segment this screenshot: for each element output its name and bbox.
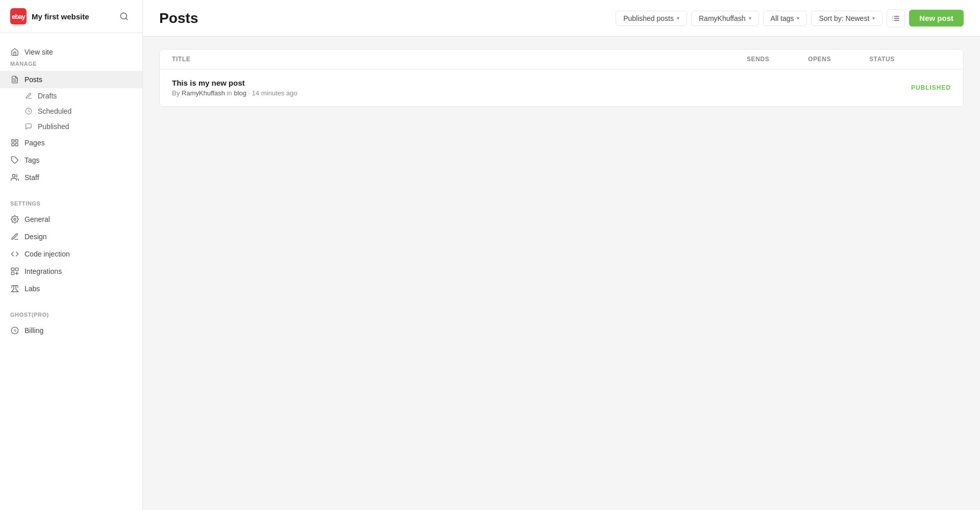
sidebar-item-scheduled[interactable]: Scheduled xyxy=(0,104,142,119)
status-badge: PUBLISHED xyxy=(869,84,951,91)
filter-tags-button[interactable]: All tags ▾ xyxy=(763,11,807,26)
billing-label: Billing xyxy=(24,326,43,335)
labs-label: Labs xyxy=(24,285,40,293)
manage-label: MANAGE xyxy=(0,61,142,71)
filter-published-label: Published posts xyxy=(623,14,674,22)
filter-author-label: RamyKhuffash xyxy=(699,14,746,22)
column-opens: OPENS xyxy=(808,56,869,63)
posts-table: TITLE SENDS OPENS STATUS This is my new … xyxy=(159,49,964,107)
svg-point-11 xyxy=(14,218,16,220)
posts-icon xyxy=(10,75,19,84)
sidebar-item-view-site[interactable]: View site xyxy=(0,43,142,61)
post-author[interactable]: RamyKhuffash xyxy=(182,89,225,97)
sidebar-item-posts[interactable]: Posts xyxy=(0,71,142,88)
integrations-label: Integrations xyxy=(24,267,62,275)
search-button[interactable] xyxy=(116,8,132,24)
sidebar-item-design[interactable]: Design xyxy=(0,228,142,245)
staff-icon xyxy=(10,173,19,182)
published-icon xyxy=(24,122,33,131)
code-icon xyxy=(10,249,19,259)
site-name: My first website xyxy=(32,12,89,21)
home-icon xyxy=(10,47,19,57)
main-header: Posts Published posts ▾ RamyKhuffash ▾ A… xyxy=(143,0,980,37)
design-icon xyxy=(10,232,19,241)
filter-sort-label: Sort by: Newest xyxy=(819,14,869,22)
sidebar-item-label: View site xyxy=(24,48,53,56)
page-title: Posts xyxy=(159,10,198,27)
svg-rect-6 xyxy=(15,140,18,142)
staff-label: Staff xyxy=(24,173,39,182)
svg-rect-13 xyxy=(15,268,18,270)
filter-author-button[interactable]: RamyKhuffash ▾ xyxy=(691,11,759,26)
chevron-down-icon: ▾ xyxy=(749,15,751,21)
pages-icon xyxy=(10,138,19,147)
settings-section: SETTINGS General Design C xyxy=(0,190,142,301)
sidebar-item-published[interactable]: Published xyxy=(0,119,142,134)
post-info: This is my new post By RamyKhuffash in b… xyxy=(172,79,747,97)
labs-icon xyxy=(10,284,19,293)
scheduled-icon xyxy=(24,107,33,115)
ghost-pro-label: GHOST(PRO) xyxy=(0,312,142,322)
design-label: Design xyxy=(24,233,47,241)
svg-point-10 xyxy=(12,174,15,177)
header-controls: Published posts ▾ RamyKhuffash ▾ All tag… xyxy=(616,9,964,28)
svg-rect-12 xyxy=(11,268,14,270)
table-header: TITLE SENDS OPENS STATUS xyxy=(160,49,963,69)
posts-submenu: Drafts Scheduled Published xyxy=(0,88,142,134)
filter-sort-button[interactable]: Sort by: Newest ▾ xyxy=(811,11,883,26)
post-title: This is my new post xyxy=(172,79,747,87)
sidebar-header: ebay My first website xyxy=(0,0,142,33)
sidebar-item-code-injection[interactable]: Code injection xyxy=(0,245,142,263)
settings-label: SETTINGS xyxy=(0,200,142,211)
general-label: General xyxy=(24,215,50,223)
column-status: STATUS xyxy=(869,56,951,63)
svg-rect-14 xyxy=(11,272,14,274)
svg-rect-8 xyxy=(12,143,14,146)
drafts-label: Drafts xyxy=(38,92,57,100)
sidebar-item-labs[interactable]: Labs xyxy=(0,280,142,297)
svg-rect-7 xyxy=(15,143,18,146)
post-time: 14 minutes ago xyxy=(252,89,298,97)
svg-rect-5 xyxy=(12,140,14,142)
filter-tags-label: All tags xyxy=(771,14,794,22)
sidebar-item-drafts[interactable]: Drafts xyxy=(0,88,142,104)
post-location[interactable]: blog xyxy=(234,89,247,97)
sidebar-item-pages[interactable]: Pages xyxy=(0,134,142,151)
general-icon xyxy=(10,215,19,224)
table-row[interactable]: This is my new post By RamyKhuffash in b… xyxy=(160,69,963,107)
column-sends: SENDS xyxy=(747,56,808,63)
code-injection-label: Code injection xyxy=(24,250,70,258)
column-settings-button[interactable] xyxy=(887,9,905,28)
sidebar-item-general[interactable]: General xyxy=(0,211,142,228)
integrations-icon xyxy=(10,267,19,276)
published-label: Published xyxy=(38,122,69,131)
chevron-down-icon: ▾ xyxy=(677,15,679,21)
sidebar-logo: ebay My first website xyxy=(10,8,89,24)
sidebar-item-tags[interactable]: Tags xyxy=(0,151,142,169)
filter-published-button[interactable]: Published posts ▾ xyxy=(616,11,687,26)
scheduled-label: Scheduled xyxy=(38,107,71,115)
tags-icon xyxy=(10,156,19,165)
sidebar-item-label: Posts xyxy=(24,75,42,84)
billing-icon xyxy=(10,326,19,335)
new-post-button[interactable]: New post xyxy=(909,10,964,27)
tags-label: Tags xyxy=(24,156,40,164)
svg-line-1 xyxy=(126,18,127,19)
sidebar-item-billing[interactable]: Billing xyxy=(0,322,142,339)
drafts-icon xyxy=(24,92,33,100)
post-meta: By RamyKhuffash in blog · 14 minutes ago xyxy=(172,89,747,97)
manage-section: View site MANAGE Posts Drafts xyxy=(0,33,142,190)
chevron-down-icon: ▾ xyxy=(797,15,799,21)
ghost-pro-section: GHOST(PRO) Billing xyxy=(0,301,142,343)
sidebar: ebay My first website View site MANAGE xyxy=(0,0,143,510)
pages-label: Pages xyxy=(24,139,45,147)
logo-icon: ebay xyxy=(10,8,27,24)
main-content: Posts Published posts ▾ RamyKhuffash ▾ A… xyxy=(143,0,980,510)
sidebar-item-integrations[interactable]: Integrations xyxy=(0,263,142,280)
sidebar-item-staff[interactable]: Staff xyxy=(0,169,142,186)
chevron-down-icon: ▾ xyxy=(872,15,875,21)
column-title: TITLE xyxy=(172,56,747,63)
